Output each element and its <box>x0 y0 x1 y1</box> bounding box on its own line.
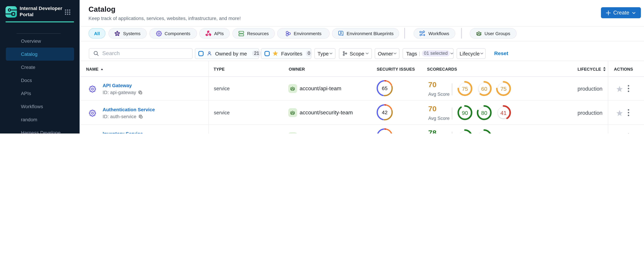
svg-text:80: 80 <box>481 110 487 116</box>
svg-text:90: 90 <box>462 110 468 116</box>
svg-text:65: 65 <box>382 85 388 91</box>
svg-text:75: 75 <box>500 86 506 92</box>
svg-text:42: 42 <box>382 110 388 115</box>
svg-text:75: 75 <box>462 86 468 92</box>
svg-text:41: 41 <box>500 110 506 116</box>
svg-text:60: 60 <box>481 86 487 92</box>
